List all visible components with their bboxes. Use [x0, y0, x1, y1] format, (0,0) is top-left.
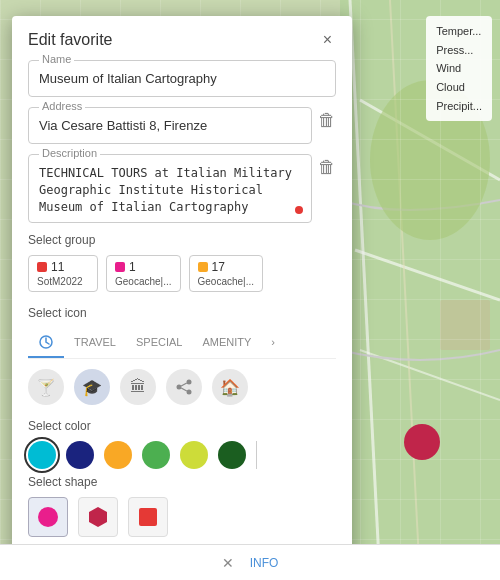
map-panel-item-1: Temper... [436, 22, 482, 41]
group-name-1: Geocache|... [115, 276, 172, 287]
icon-tab-travel[interactable]: TRAVEL [64, 330, 126, 356]
name-field-label: Name [39, 53, 74, 65]
info-button[interactable]: INFO [250, 556, 279, 570]
group-number-0: 11 [51, 260, 64, 274]
group-dot-1 [115, 262, 125, 272]
svg-point-14 [38, 507, 58, 527]
group-section-label: Select group [28, 233, 336, 247]
address-field-group: Address [28, 107, 312, 144]
name-input[interactable] [29, 61, 335, 96]
description-field-row: Description TECHNICAL TOURS at Italian M… [28, 154, 336, 233]
bottom-close-button[interactable]: ✕ [222, 555, 234, 571]
description-field-group: Description TECHNICAL TOURS at Italian M… [28, 154, 312, 223]
share-icon [175, 378, 193, 396]
address-field-label: Address [39, 100, 85, 112]
svg-point-9 [187, 380, 192, 385]
color-section-label: Select color [28, 419, 336, 433]
shape-item-square[interactable] [128, 497, 168, 537]
svg-line-1 [350, 0, 380, 580]
svg-rect-16 [139, 508, 157, 526]
group-item-2[interactable]: 17 Geocache|... [189, 255, 264, 292]
icon-item-0[interactable]: 🍸 [28, 369, 64, 405]
color-item-0[interactable] [28, 441, 56, 469]
group-item-top-2: 17 [198, 260, 225, 274]
map-panel-item-3: Wind [436, 59, 482, 78]
close-x-icon: ✕ [222, 555, 234, 571]
group-number-1: 1 [129, 260, 136, 274]
svg-line-3 [355, 250, 500, 300]
description-field-label: Description [39, 147, 100, 159]
color-item-1[interactable] [66, 441, 94, 469]
group-number-2: 17 [212, 260, 225, 274]
shape-selector [28, 497, 336, 537]
recent-icon [38, 334, 54, 350]
color-separator [256, 441, 257, 469]
color-item-4[interactable] [180, 441, 208, 469]
map-marker [404, 424, 440, 460]
shape-item-hexagon[interactable] [78, 497, 118, 537]
icon-tabs: TRAVEL SPECIAL AMENITY › [28, 328, 336, 359]
color-selector [28, 441, 336, 469]
svg-rect-7 [440, 300, 490, 350]
group-dot-2 [198, 262, 208, 272]
dialog-close-button[interactable]: × [319, 30, 336, 50]
svg-marker-15 [89, 507, 107, 527]
circle-shape-icon [36, 505, 60, 529]
group-item-1[interactable]: 1 Geocache|... [106, 255, 181, 292]
icon-item-4[interactable]: 🏠 [212, 369, 248, 405]
edit-favorite-dialog: Edit favorite × Name Address 🗑 Descripti… [12, 16, 352, 580]
icon-item-3[interactable] [166, 369, 202, 405]
group-name-2: Geocache|... [198, 276, 255, 287]
svg-line-5 [390, 0, 420, 580]
hexagon-shape-icon [86, 505, 110, 529]
map-panel-item-4: Cloud [436, 78, 482, 97]
icon-item-1[interactable]: 🎓 [74, 369, 110, 405]
name-field-group: Name [28, 60, 336, 97]
icon-item-2[interactable]: 🏛 [120, 369, 156, 405]
svg-line-13 [181, 388, 187, 391]
color-item-3[interactable] [142, 441, 170, 469]
svg-line-12 [181, 383, 187, 386]
icon-tab-special[interactable]: SPECIAL [126, 330, 192, 356]
dialog-body: Name Address 🗑 Description TECHNICAL TOU… [12, 60, 352, 537]
svg-line-4 [360, 350, 500, 400]
description-indicator [295, 206, 303, 214]
shape-item-circle[interactable] [28, 497, 68, 537]
group-name-0: SotM2022 [37, 276, 83, 287]
address-delete-icon[interactable]: 🗑 [318, 111, 336, 129]
icon-grid: 🍸 🎓 🏛 🏠 [28, 369, 336, 405]
shape-section-label: Select shape [28, 475, 336, 489]
address-input[interactable] [29, 108, 311, 143]
group-item-top-0: 11 [37, 260, 64, 274]
color-item-2[interactable] [104, 441, 132, 469]
icon-tab-more[interactable]: › [261, 330, 285, 356]
dialog-title: Edit favorite [28, 31, 112, 49]
group-selector: 11 SotM2022 1 Geocache|... 17 Geocache|.… [28, 255, 336, 292]
map-panel-item-2: Press... [436, 41, 482, 60]
group-item-0[interactable]: 11 SotM2022 [28, 255, 98, 292]
map-top-panel: Temper... Press... Wind Cloud Precipit..… [426, 16, 492, 121]
icon-section-label: Select icon [28, 306, 336, 320]
svg-point-10 [177, 385, 182, 390]
description-input[interactable]: TECHNICAL TOURS at Italian Military Geog… [29, 155, 311, 219]
map-panel-item-5: Precipit... [436, 97, 482, 116]
description-delete-icon[interactable]: 🗑 [318, 158, 336, 176]
icon-tab-recent[interactable] [28, 328, 64, 358]
bottom-bar: ✕ INFO [0, 544, 500, 580]
square-shape-icon [136, 505, 160, 529]
group-dot-0 [37, 262, 47, 272]
svg-point-11 [187, 390, 192, 395]
color-item-5[interactable] [218, 441, 246, 469]
group-item-top-1: 1 [115, 260, 136, 274]
icon-tab-amenity[interactable]: AMENITY [192, 330, 261, 356]
